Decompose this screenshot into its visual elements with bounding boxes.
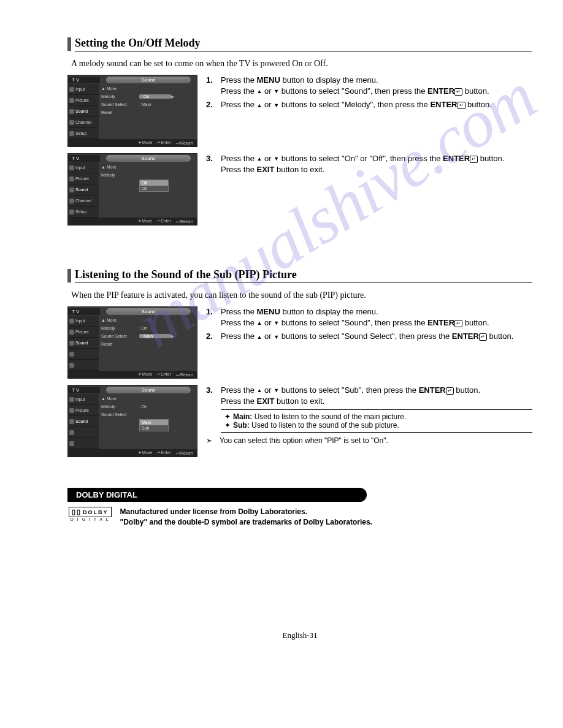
section2-title: Listening to the Sound of the Sub (PIP) … bbox=[75, 268, 532, 283]
osd-melody-val: : On bbox=[139, 94, 171, 99]
osd-footer: ✦Move ↵Enter ⮐Return bbox=[68, 371, 197, 378]
sound-icon bbox=[69, 419, 74, 424]
bullet-icon: ✦ bbox=[224, 412, 231, 421]
dropdown-off: Off bbox=[140, 180, 168, 186]
step2-2-text: Press the ▲ or ▼ buttons to select "Soun… bbox=[221, 331, 513, 342]
step-num-3: 3. bbox=[206, 153, 215, 175]
osd-ss-lbl: Sound Select bbox=[101, 102, 139, 107]
osd-tab: Sound bbox=[106, 77, 191, 83]
side-picture: Picture bbox=[75, 330, 89, 334]
tip-icon: ➣ bbox=[206, 436, 215, 445]
osd-tv-label: T V bbox=[68, 77, 100, 83]
osd-tv-label: T V bbox=[68, 308, 100, 315]
tip-row: ➣ You can select this option when "PIP" … bbox=[206, 436, 532, 445]
dropdown-on: On bbox=[140, 186, 168, 191]
step-3-text: Press the ▲ or ▼ buttons to select "On" … bbox=[221, 153, 504, 175]
side-picture: Picture bbox=[75, 98, 89, 102]
down-icon: ▼ bbox=[274, 88, 279, 96]
picture-icon bbox=[69, 98, 74, 103]
side-sound: Sound bbox=[75, 188, 88, 192]
section2-intro: When the PIP feature is activated, you c… bbox=[71, 290, 532, 300]
sound-icon bbox=[69, 109, 74, 114]
blank-icon bbox=[69, 363, 74, 368]
osd-melody-lbl: Melody bbox=[101, 404, 139, 409]
section1-intro: A melody sound can be set to come on whe… bbox=[71, 59, 532, 69]
osd-more: ▲ More bbox=[101, 86, 139, 91]
channel-icon bbox=[69, 120, 74, 125]
section1-row2: T V Sound Input Picture Sound Channel Se… bbox=[67, 153, 532, 226]
side-input: Input bbox=[75, 87, 85, 91]
osd-content: ▲ More Melody: On Sound Select Main Sub bbox=[99, 394, 197, 449]
osd-tab: Sound bbox=[106, 387, 191, 393]
dolby-box-label: DOLBY bbox=[83, 509, 109, 515]
step-num-2: 2. bbox=[206, 331, 215, 342]
picture-icon bbox=[69, 176, 74, 181]
blank-icon bbox=[69, 352, 74, 357]
tip-text: You can select this option when "PIP" is… bbox=[220, 436, 388, 445]
osd-melody-val: : On bbox=[139, 326, 167, 330]
section1-steps2: 3. Press the ▲ or ▼ buttons to select "O… bbox=[206, 153, 532, 226]
osd-melody-lbl: Melody bbox=[101, 94, 139, 99]
down-icon: ▼ bbox=[274, 319, 279, 327]
dolby-digital-label: D I G I T A L bbox=[69, 517, 112, 521]
osd-dropdown: Main Sub bbox=[139, 419, 169, 431]
side-sound: Sound bbox=[75, 341, 88, 345]
double-d-icon: ▯▯ bbox=[72, 508, 82, 516]
picture-icon bbox=[69, 408, 74, 413]
page-number: English-31 bbox=[67, 631, 532, 640]
side-sound: Sound bbox=[75, 109, 88, 113]
title-bar-icon bbox=[67, 269, 71, 282]
enter-icon: ↵ bbox=[479, 333, 487, 341]
step2-3-text: Press the ▲ or ▼ buttons to select "Sub"… bbox=[221, 385, 480, 407]
footer-return: ⮐Return bbox=[176, 219, 193, 224]
osd-tab: Sound bbox=[106, 155, 191, 162]
osd-footer: ✦Move ↵Enter ⮐Return bbox=[68, 449, 197, 457]
sound-icon bbox=[69, 341, 74, 346]
down-icon: ▼ bbox=[274, 102, 279, 110]
section1-title: Setting the On/Off Melody bbox=[75, 37, 532, 51]
footer-move: ✦Move bbox=[138, 372, 152, 377]
input-icon bbox=[69, 397, 74, 402]
step-num-2: 2. bbox=[206, 99, 215, 110]
osd-sidebar: Input Picture Sound Channel Setup bbox=[68, 84, 99, 139]
osd-melody-lbl: Melody bbox=[101, 173, 139, 177]
side-channel: Channel bbox=[75, 199, 91, 203]
osd-footer: ✦Move ↵Enter ⮐Return bbox=[68, 218, 197, 225]
step2-1-text: Press the MENU button to display the men… bbox=[221, 306, 489, 328]
osd-ss-val: : Main bbox=[139, 334, 171, 338]
osd-sidebar: Input Picture Sound bbox=[68, 316, 99, 371]
down-icon: ▼ bbox=[274, 333, 279, 341]
side-input: Input bbox=[75, 397, 85, 401]
osd-footer: ✦Move ↵Enter ⮐Return bbox=[68, 139, 197, 146]
step-num-3: 3. bbox=[206, 385, 215, 407]
input-icon bbox=[69, 319, 74, 324]
osd-tv-label: T V bbox=[68, 387, 100, 393]
arrow-right-icon: ▶ bbox=[171, 94, 174, 99]
osd-tab: Sound bbox=[106, 308, 191, 315]
section2-steps2: 3. Press the ▲ or ▼ buttons to select "S… bbox=[206, 385, 532, 457]
down-icon: ▼ bbox=[274, 387, 279, 395]
side-picture: Picture bbox=[75, 176, 89, 181]
osd-dropdown: Off On bbox=[139, 180, 169, 192]
footer-return: ⮐Return bbox=[176, 141, 193, 145]
section2-steps1: 1. Press the MENU button to display the … bbox=[206, 306, 532, 379]
enter-icon: ↵ bbox=[470, 156, 478, 163]
enter-icon: ↵ bbox=[458, 102, 465, 109]
input-icon bbox=[69, 165, 74, 170]
osd-screenshot-3: T V Sound Input Picture Sound ▲ More Mel… bbox=[67, 306, 197, 379]
section2-title-row: Listening to the Sound of the Sub (PIP) … bbox=[67, 268, 532, 283]
side-setup: Setup bbox=[75, 131, 86, 135]
dolby-header: DOLBY DIGITAL bbox=[67, 488, 367, 502]
title-bar-icon bbox=[67, 37, 71, 51]
section1-row1: T V Sound Input Picture Sound Channel Se… bbox=[67, 75, 532, 147]
footer-enter: ↵Enter bbox=[157, 140, 171, 145]
osd-more: ▲ More bbox=[101, 165, 139, 169]
section2-row1: T V Sound Input Picture Sound ▲ More Mel… bbox=[67, 306, 532, 379]
enter-icon: ↵ bbox=[446, 387, 454, 395]
osd-screenshot-1: T V Sound Input Picture Sound Channel Se… bbox=[67, 75, 197, 147]
setup-icon bbox=[69, 210, 74, 214]
arrow-right-icon: ▶ bbox=[171, 334, 174, 339]
osd-content: ▲ More Melody: On Sound Select: Main▶ Re… bbox=[99, 316, 197, 371]
osd-ss-lbl: Sound Select bbox=[101, 334, 139, 338]
dropdown-sub: Sub bbox=[140, 425, 168, 431]
